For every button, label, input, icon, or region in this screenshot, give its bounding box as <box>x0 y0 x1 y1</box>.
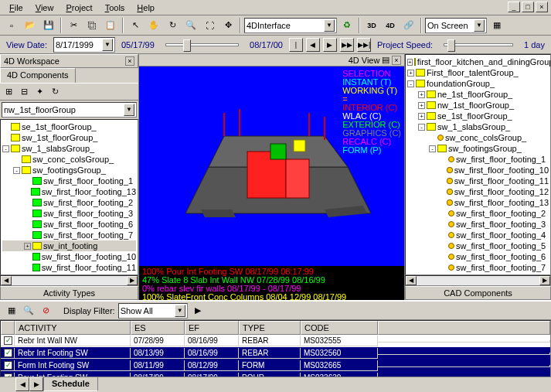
rewind-button[interactable]: |◀◀ <box>289 38 303 52</box>
tree-item[interactable]: sw_first_floor_footing_7 <box>2 230 136 240</box>
play-button[interactable]: ▶ <box>323 38 337 52</box>
3d-viewport[interactable]: SELECTIONINSTANT (T)WORKING (T)=INTERIOR… <box>139 66 404 266</box>
tree-item[interactable]: sw_first_floor_footing_10 <box>407 165 549 176</box>
tree-item[interactable]: sw_first_floor_footing_13 <box>2 186 136 197</box>
col-ef[interactable]: EF <box>185 321 239 335</box>
table-row[interactable]: ✓Rebr Int Wall NW07/28/9908/16/99REBARMS… <box>1 335 550 347</box>
tree-item[interactable]: -sw_1_slabsGroup_ <box>2 143 136 154</box>
tree-item[interactable]: +First_floor_talentGroup_ <box>407 67 549 78</box>
chevron-down-icon[interactable]: ▼ <box>474 19 485 32</box>
scroll-right-button[interactable]: ▶ <box>539 276 550 285</box>
chevron-down-icon[interactable]: ▼ <box>102 39 113 51</box>
cad-scrollbar[interactable]: ◀ ▶ <box>405 275 551 286</box>
expand-icon[interactable]: - <box>2 145 9 152</box>
rotate-button[interactable]: ↻ <box>164 17 181 34</box>
link-button[interactable]: 🔗 <box>400 17 417 34</box>
sched-tool-1[interactable]: ▦ <box>5 304 19 318</box>
chevron-down-icon[interactable]: ▼ <box>175 305 185 317</box>
schedule-grid[interactable]: ACTIVITY ES EF TYPE CODE ✓Rebr Int Wall … <box>0 320 551 377</box>
window-maximize-button[interactable]: □ <box>522 2 534 12</box>
expand-icon[interactable]: + <box>407 59 413 66</box>
group-combo[interactable]: nw_1st_floorGroup ▼ <box>2 102 137 118</box>
scroll-left-button[interactable]: ◀ <box>1 276 12 285</box>
tree-item[interactable]: sw_1st_floorGroup_ <box>2 132 136 143</box>
pan-button[interactable]: ✥ <box>219 17 236 34</box>
tree-tool-1[interactable]: ⊞ <box>2 85 15 99</box>
new-button[interactable]: ▫ <box>3 17 20 34</box>
viewport-menu-icon[interactable]: ▤ <box>382 55 389 65</box>
step-back-button[interactable]: ◀ <box>306 38 320 52</box>
tab-cad-components[interactable]: CAD Components <box>405 286 551 300</box>
tab-schedule[interactable]: Schedule <box>43 377 98 391</box>
3d-button[interactable]: 3D <box>363 17 380 34</box>
date-slider-thumb[interactable] <box>183 39 191 52</box>
scroll-right-button[interactable]: ▶ <box>127 276 138 285</box>
tree-tool-3[interactable]: ✦ <box>32 85 46 99</box>
table-row[interactable]: ✓Form Int Footing SW08/11/9908/12/99FORM… <box>1 360 550 372</box>
tree-item[interactable]: sw_first_floor_footing_6 <box>2 219 136 230</box>
layout-button[interactable]: ▦ <box>488 17 505 34</box>
pointer-button[interactable]: ↖ <box>127 17 144 34</box>
tree-item[interactable]: sw_first_floor_footing_11 <box>407 176 549 186</box>
tree-tool-4[interactable]: ↻ <box>48 85 62 99</box>
tree-item[interactable]: sw_first_floor_footing_2 <box>407 208 549 219</box>
tree-item[interactable]: +first_floor_kitchen_and_diningGroup_ <box>407 56 549 67</box>
tree-item[interactable]: sw_first_floor_footing_3 <box>407 219 549 230</box>
tree-item[interactable]: sw_first_floor_footing_1 <box>407 154 549 165</box>
row-checkbox[interactable]: ✓ <box>4 361 12 370</box>
components-tree[interactable]: se_1st_floorGroup_sw_1st_floorGroup_-sw_… <box>0 119 138 275</box>
zoom-button[interactable]: 🔍 <box>182 17 199 34</box>
speed-slider[interactable] <box>444 43 513 46</box>
chevron-down-icon[interactable]: ▼ <box>124 104 134 116</box>
open-button[interactable]: 📂 <box>22 17 39 34</box>
tree-scrollbar[interactable]: ◀ ▶ <box>0 275 138 286</box>
save-button[interactable]: 💾 <box>40 17 57 34</box>
expand-icon[interactable]: + <box>418 113 425 120</box>
paste-button[interactable]: 📋 <box>102 17 119 34</box>
tree-item[interactable]: +sw_int_footing <box>2 240 136 251</box>
menu-tools[interactable]: Tools <box>99 2 131 14</box>
filter-apply-button[interactable]: ▶ <box>191 304 205 318</box>
tree-item[interactable]: sw_conc_colsGroup_ <box>407 132 549 143</box>
expand-icon[interactable]: + <box>407 70 414 77</box>
view-date-input[interactable]: 8/17/1999 ▼ <box>53 37 115 53</box>
cut-button[interactable]: ✂ <box>65 17 82 34</box>
onscreen-combo[interactable]: On Screen ▼ <box>425 18 487 33</box>
tree-item[interactable]: sw_first_floor_footing_13 <box>407 197 549 208</box>
tree-item[interactable]: sw_first_floor_footing_1 <box>2 176 136 186</box>
tree-item[interactable]: +nw_1st_floorGroup_ <box>407 100 549 111</box>
collapse-panel-button[interactable]: × <box>125 56 134 66</box>
expand-icon[interactable]: + <box>24 243 31 250</box>
col-code[interactable]: CODE <box>301 321 378 335</box>
sched-tool-2[interactable]: 🔍 <box>22 304 36 318</box>
interface-combo[interactable]: 4DInterface ▼ <box>244 18 337 33</box>
fast-fwd-button[interactable]: ▶▶| <box>357 38 371 52</box>
tree-item[interactable]: sw_first_floor_footing_2 <box>2 197 136 208</box>
scroll-left-button[interactable]: ◀ <box>406 276 417 285</box>
copy-button[interactable]: ⿻ <box>83 17 100 34</box>
window-close-button[interactable]: × <box>536 2 548 12</box>
tree-item[interactable]: sw_first_floor_footing_11 <box>2 262 136 273</box>
table-row[interactable]: ✓Rebr Int Footing SW08/13/9908/16/99REBA… <box>1 347 550 360</box>
zoom-extents-button[interactable]: ⛶ <box>201 17 218 34</box>
row-checkbox[interactable]: ✓ <box>4 336 12 345</box>
expand-icon[interactable]: - <box>429 145 436 152</box>
tree-item[interactable]: sw_first_floor_footing_4 <box>407 230 549 240</box>
date-slider[interactable] <box>165 43 239 46</box>
expand-icon[interactable]: - <box>418 124 425 131</box>
4d-button[interactable]: 4D <box>382 17 399 34</box>
sched-tool-delete[interactable]: ⊘ <box>39 304 53 318</box>
menu-file[interactable]: File <box>3 2 29 14</box>
window-minimize-button[interactable]: _ <box>508 2 520 12</box>
tree-item[interactable]: -foundationGroup_ <box>407 78 549 89</box>
tree-item[interactable]: se_1st_floorGroup_ <box>2 121 136 132</box>
expand-icon[interactable]: + <box>418 91 425 98</box>
row-checkbox[interactable]: ✓ <box>4 349 12 357</box>
tree-item[interactable]: -sw_footingsGroup_ <box>407 143 549 154</box>
table-row[interactable]: ✓Pour Int Footing SW08/17/9908/17/99POUR… <box>1 372 550 377</box>
menu-project[interactable]: Project <box>60 2 98 14</box>
col-es[interactable]: ES <box>131 321 185 335</box>
tree-tool-2[interactable]: ⊟ <box>17 85 31 99</box>
speed-slider-thumb[interactable] <box>447 39 455 52</box>
tree-item[interactable]: sw_conc_colsGroup_ <box>2 154 136 165</box>
